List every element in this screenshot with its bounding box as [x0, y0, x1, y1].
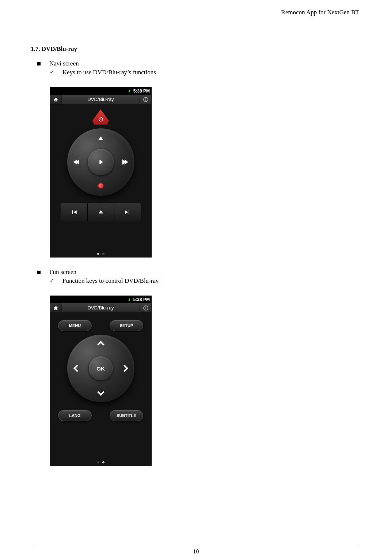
- page-dot: [97, 461, 99, 463]
- page-indicator: [97, 461, 104, 463]
- info-button[interactable]: [140, 97, 151, 102]
- subtitle-button[interactable]: SUBTITLE: [110, 410, 143, 421]
- wifi-icon: [117, 298, 120, 301]
- sub-bullet-fun: ✓ Function keys to control DVD/Blu-ray: [50, 277, 359, 285]
- power-icon: [98, 116, 104, 123]
- page-dot: [102, 253, 104, 255]
- setup-button[interactable]: SETUP: [110, 320, 143, 331]
- info-icon: [143, 97, 149, 102]
- skip-next-icon: [124, 208, 131, 216]
- bullet-fun: Fun screen: [37, 268, 359, 276]
- fast-forward-button[interactable]: [118, 155, 132, 169]
- page-dot-active: [102, 461, 104, 463]
- next-track-button[interactable]: [114, 203, 141, 221]
- nav-up-button[interactable]: [95, 339, 106, 350]
- battery-icon: [128, 89, 131, 93]
- chevron-down-icon: [97, 388, 104, 396]
- bullet-navi: Navi screen: [37, 60, 359, 67]
- page-indicator: [97, 253, 104, 255]
- nav-down-button[interactable]: [95, 387, 106, 398]
- eject-button[interactable]: [88, 203, 114, 221]
- nav-right-button[interactable]: [119, 363, 130, 374]
- vibrate-icon: [106, 298, 109, 301]
- sub-bullet-navi-text: Keys to use DVD/Blu-ray’s functions: [62, 69, 156, 76]
- status-time: 5:38 PM: [133, 297, 150, 302]
- screenshot-navi: 5:38 PM DVD/Blu-ray: [50, 87, 152, 258]
- app-title: DVD/Blu-ray: [62, 97, 140, 102]
- dpad-up-button[interactable]: [94, 131, 108, 145]
- info-icon: [143, 305, 149, 311]
- fast-forward-icon: [122, 159, 127, 165]
- screenshot-fun: 5:38 PM DVD/Blu-ray MENU SETUP: [50, 296, 152, 466]
- play-button[interactable]: [88, 149, 114, 175]
- bullet-navi-text: Navi screen: [49, 60, 79, 67]
- info-button[interactable]: [140, 305, 151, 311]
- home-button[interactable]: [50, 95, 62, 104]
- alarm-icon: [111, 89, 115, 93]
- app-title-bar: DVD/Blu-ray: [50, 95, 151, 104]
- chevron-up-icon: [97, 341, 104, 348]
- play-icon: [97, 158, 105, 166]
- eject-icon: [98, 209, 104, 215]
- signal-icon: [122, 89, 126, 93]
- ok-button[interactable]: OK: [89, 356, 113, 380]
- svg-rect-5: [145, 307, 146, 307]
- section-heading: 1.7. DVD/Blu-ray: [31, 45, 359, 53]
- triangle-up-icon: [98, 136, 103, 140]
- vibrate-icon: [106, 89, 109, 93]
- prev-track-button[interactable]: [61, 203, 88, 221]
- battery-icon: [128, 298, 131, 301]
- check-icon: ✓: [50, 277, 54, 284]
- page-dot-active: [97, 253, 99, 255]
- home-icon: [53, 305, 58, 311]
- bullet-fun-text: Fun screen: [49, 268, 76, 276]
- svg-rect-2: [145, 98, 146, 98]
- sub-bullet-navi: ✓ Keys to use DVD/Blu-ray’s functions: [50, 69, 359, 76]
- signal-icon: [122, 298, 126, 301]
- footer-rule: [33, 546, 359, 546]
- bluetooth-icon: [100, 89, 104, 93]
- lang-button[interactable]: LANG: [58, 410, 92, 421]
- rewind-icon: [75, 159, 79, 165]
- app-title: DVD/Blu-ray: [62, 305, 140, 311]
- svg-rect-1: [145, 99, 146, 101]
- sub-bullet-fun-text: Function keys to control DVD/Blu-ray: [62, 277, 159, 285]
- power-button[interactable]: [92, 109, 110, 125]
- chevron-right-icon: [121, 365, 128, 372]
- nav-left-button[interactable]: [72, 363, 83, 374]
- check-icon: ✓: [50, 69, 54, 75]
- transport-row: [61, 203, 141, 221]
- doc-header: Remocon App for NextGen BT: [31, 9, 359, 16]
- status-time: 5:38 PM: [133, 89, 150, 94]
- status-bar: 5:38 PM: [50, 87, 151, 95]
- page-number: 10: [0, 548, 392, 555]
- rewind-button[interactable]: [70, 155, 84, 169]
- record-icon: [98, 183, 103, 188]
- square-bullet-icon: [37, 62, 41, 65]
- square-bullet-icon: [37, 271, 41, 274]
- playback-dpad: [67, 128, 134, 196]
- wifi-icon: [117, 89, 120, 93]
- app-title-bar: DVD/Blu-ray: [50, 303, 151, 313]
- home-icon: [53, 97, 58, 102]
- skip-previous-icon: [71, 208, 78, 216]
- status-bar: 5:38 PM: [50, 296, 151, 303]
- bluetooth-icon: [100, 298, 104, 301]
- alarm-icon: [111, 298, 115, 301]
- chevron-left-icon: [73, 365, 81, 372]
- svg-rect-4: [145, 307, 146, 309]
- home-button[interactable]: [50, 303, 62, 312]
- nav-dpad: OK: [67, 335, 134, 402]
- menu-button[interactable]: MENU: [58, 320, 92, 331]
- record-button[interactable]: [94, 179, 108, 193]
